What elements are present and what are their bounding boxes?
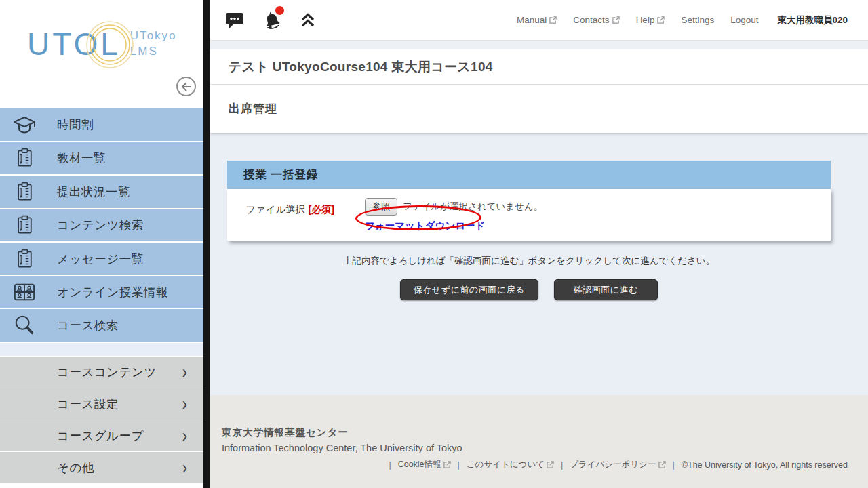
panel-title: 授業 一括登録 bbox=[243, 167, 319, 182]
notification-badge bbox=[275, 6, 284, 15]
sidebar-item-timetable[interactable]: 時間割 bbox=[0, 108, 203, 141]
sidebar-item-course-contents[interactable]: コースコンテンツ › bbox=[0, 357, 203, 388]
instruction-text: 上記内容でよろしければ「確認画面に進む」ボタンをクリックして次に進んでください。 bbox=[227, 255, 831, 267]
chevron-right-icon: › bbox=[182, 394, 187, 413]
sidebar: UTOL UTokyo LMS 時間割 bbox=[0, 0, 203, 488]
manual-link[interactable]: Manual bbox=[517, 15, 557, 25]
back-without-save-button[interactable]: 保存せずに前の画面に戻る bbox=[400, 279, 538, 300]
sidebar-item-label: 時間割 bbox=[57, 117, 94, 133]
sidebar-item-label: 提出状況一覧 bbox=[57, 184, 130, 200]
file-input-area: 参照ファイルが選択されていません。 フォーマットダウンロード bbox=[365, 198, 542, 232]
sidebar-collapse-button[interactable] bbox=[176, 77, 196, 96]
sidebar-item-label: コース検索 bbox=[57, 317, 119, 333]
topbar-icons bbox=[225, 10, 316, 30]
clipboard-icon bbox=[12, 248, 37, 270]
sidebar-item-materials[interactable]: 教材一覧 bbox=[0, 142, 203, 174]
sidebar-item-course-search[interactable]: コース検索 bbox=[0, 309, 203, 342]
copyright-text: ©The University of Tokyo, All rights res… bbox=[682, 460, 848, 470]
course-title: テスト UTokyoCourse104 東大用コース104 bbox=[229, 58, 493, 76]
graduation-cap-icon bbox=[12, 115, 37, 135]
file-select-label: ファイル選択 [必須] bbox=[245, 198, 365, 232]
sidebar-nav: 時間割 教材一覧 提出状況一覧 コンテンツ検索 bbox=[0, 108, 203, 483]
required-badge: [必須] bbox=[308, 204, 334, 215]
notifications-button[interactable] bbox=[262, 10, 282, 30]
privacy-policy-link[interactable]: プライバシーポリシー bbox=[570, 459, 665, 470]
panel-header: 授業 一括登録 bbox=[227, 161, 831, 189]
sidebar-item-content-search[interactable]: コンテンツ検索 bbox=[0, 209, 203, 241]
external-link-icon bbox=[547, 461, 554, 468]
footer-org-ja: 東京大学情報基盤センター bbox=[222, 426, 848, 439]
chat-icon bbox=[225, 12, 244, 29]
scroll-top-button[interactable] bbox=[300, 12, 316, 28]
search-icon bbox=[12, 314, 37, 337]
chevron-right-icon: › bbox=[182, 363, 187, 382]
bulk-register-panel: 授業 一括登録 ファイル選択 [必須] 参照ファイルが選択されていません。 フォ… bbox=[227, 161, 831, 241]
clipboard-icon bbox=[12, 214, 37, 236]
video-grid-icon bbox=[12, 281, 37, 303]
sidebar-divider bbox=[203, 0, 210, 488]
clipboard-icon bbox=[12, 181, 37, 203]
utol-logo: UTOL UTokyo LMS bbox=[27, 28, 177, 60]
logged-in-user: 東大用教職員020 bbox=[777, 14, 848, 26]
sidebar-item-messages[interactable]: メッセージ一覧 bbox=[0, 243, 203, 275]
footer-links: | Cookie情報 | このサイトについて | プライバシーポリシー | ©T… bbox=[222, 459, 848, 470]
logout-link[interactable]: Logout bbox=[730, 15, 758, 25]
file-select-row: ファイル選択 [必須] 参照ファイルが選択されていません。 フォーマットダウンロ… bbox=[245, 198, 817, 232]
external-link-icon bbox=[549, 16, 557, 24]
content-area: 授業 一括登録 ファイル選択 [必須] 参照ファイルが選択されていません。 フォ… bbox=[210, 133, 868, 395]
topbar: Manual Contacts Help Settings Logout 東 bbox=[210, 0, 868, 41]
sidebar-item-course-settings[interactable]: コース設定 › bbox=[0, 388, 203, 420]
utol-lms-app: UTOL UTokyo LMS 時間割 bbox=[0, 0, 868, 488]
sidebar-item-label: オンライン授業情報 bbox=[57, 284, 168, 300]
external-link-icon bbox=[612, 16, 620, 24]
sidebar-item-online-class-info[interactable]: オンライン授業情報 bbox=[0, 276, 203, 308]
external-link-icon bbox=[657, 16, 665, 24]
main-column: Manual Contacts Help Settings Logout 東 bbox=[210, 0, 868, 488]
no-file-selected-text: ファイルが選択されていません。 bbox=[403, 201, 542, 211]
topbar-links: Manual Contacts Help Settings Logout 東 bbox=[517, 14, 848, 26]
external-link-icon bbox=[443, 461, 451, 468]
section-title: 出席管理 bbox=[229, 101, 277, 117]
sidebar-item-others[interactable]: その他 › bbox=[0, 452, 203, 483]
page-gap bbox=[210, 41, 868, 49]
contacts-link[interactable]: Contacts bbox=[573, 15, 619, 25]
chevron-right-icon: › bbox=[182, 458, 187, 477]
file-input: 参照ファイルが選択されていません。 bbox=[365, 198, 542, 216]
sidebar-item-label: メッセージ一覧 bbox=[57, 251, 144, 267]
help-link[interactable]: Help bbox=[636, 15, 665, 25]
logo-area: UTOL UTokyo LMS bbox=[0, 0, 203, 108]
sidebar-item-label: 教材一覧 bbox=[57, 150, 106, 166]
sidebar-item-label: コンテンツ検索 bbox=[57, 217, 144, 233]
section-title-bar: 出席管理 bbox=[210, 85, 868, 133]
external-link-icon bbox=[658, 461, 666, 468]
logo-text: UTOL bbox=[27, 26, 121, 62]
cookie-info-link[interactable]: Cookie情報 bbox=[398, 459, 451, 470]
chevron-right-icon: › bbox=[182, 426, 187, 445]
double-chevron-up-icon bbox=[300, 12, 316, 28]
action-buttons: 保存せずに前の画面に戻る 確認画面に進む bbox=[227, 279, 831, 300]
sidebar-spacer bbox=[0, 343, 203, 356]
arrow-left-icon bbox=[181, 82, 192, 92]
chat-button[interactable] bbox=[225, 12, 244, 29]
sidebar-item-submission-status[interactable]: 提出状況一覧 bbox=[0, 176, 203, 208]
about-site-link[interactable]: このサイトについて bbox=[467, 459, 554, 470]
logo-subtext: UTokyo LMS bbox=[130, 28, 177, 60]
format-download-link[interactable]: フォーマットダウンロード bbox=[365, 220, 485, 232]
settings-link[interactable]: Settings bbox=[681, 15, 714, 25]
page-footer: 東京大学情報基盤センター Information Technology Cent… bbox=[210, 395, 868, 488]
proceed-to-confirm-button[interactable]: 確認画面に進む bbox=[554, 279, 658, 300]
browse-button[interactable]: 参照 bbox=[365, 198, 397, 216]
panel-body: ファイル選択 [必須] 参照ファイルが選択されていません。 フォーマットダウンロ… bbox=[227, 189, 831, 241]
footer-org-en: Information Technology Center, The Unive… bbox=[222, 443, 848, 453]
course-title-bar: テスト UTokyoCourse104 東大用コース104 bbox=[210, 49, 868, 85]
clipboard-icon bbox=[12, 147, 37, 169]
sidebar-item-course-group[interactable]: コースグループ › bbox=[0, 420, 203, 451]
